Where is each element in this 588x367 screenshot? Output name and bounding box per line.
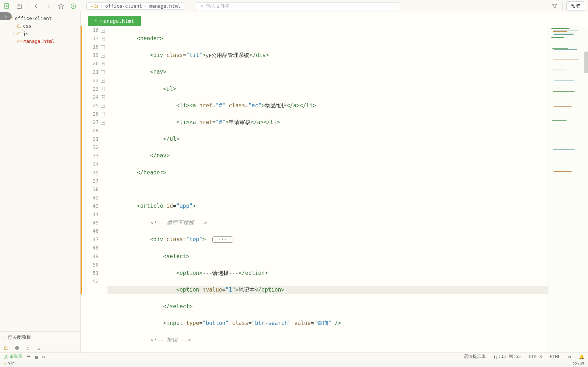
search-icon: ⌕ xyxy=(200,3,203,9)
syntax-hint[interactable]: 语法提示库 xyxy=(464,354,486,360)
login-status[interactable]: 未登录 xyxy=(4,354,23,360)
tree-file-manage[interactable]: <> manage.html xyxy=(0,37,80,45)
bell-icon[interactable]: 🔔 xyxy=(579,354,584,359)
breadcrumb[interactable]: ▸🗀 › office-client › manage.html xyxy=(86,2,184,10)
sync-icon[interactable]: ↻ xyxy=(25,345,31,351)
preview-button[interactable]: 预览 xyxy=(566,1,585,11)
tree-root[interactable]: ⌄🗀 office-client xyxy=(0,15,80,22)
taskbar-clock[interactable]: 22:43 xyxy=(572,362,584,366)
breadcrumb-file[interactable]: manage.html xyxy=(149,3,180,9)
top-toolbar: ▸🗀 › office-client › manage.html ⌕ 预览 xyxy=(0,0,588,12)
forward-icon[interactable] xyxy=(45,2,53,10)
editor-tabs: * manage.html xyxy=(81,12,588,26)
settings-icon[interactable]: ⚙ xyxy=(568,354,571,359)
list-icon[interactable]: ☰ xyxy=(27,354,31,359)
sun-icon: ☀ xyxy=(4,362,6,366)
folder-icon: ▸🗀 xyxy=(90,3,98,9)
project-name: office-client xyxy=(15,16,52,21)
sync-status-icon[interactable]: ↻ xyxy=(42,354,45,359)
status-bar: 未登录 ☰ ▦ ↻ 语法提示库 行:33 列:55 UTF-8 HTML ⚙ 🔔 xyxy=(0,352,588,360)
bug-icon[interactable]: ⬢ xyxy=(14,345,20,351)
encoding[interactable]: UTF-8 xyxy=(529,354,542,359)
sidebar-bottom-bar: 🗀 ⬢ ↻ ☁ xyxy=(0,343,80,352)
expand-handle[interactable]: › xyxy=(0,12,12,20)
new-file-icon[interactable] xyxy=(3,2,11,10)
star-icon[interactable] xyxy=(57,2,65,10)
back-icon[interactable] xyxy=(32,2,40,10)
cursor-position[interactable]: 行:33 列:55 xyxy=(494,354,521,360)
tab-manage[interactable]: * manage.html xyxy=(88,16,141,26)
svg-point-5 xyxy=(5,355,7,357)
fold-column: −−−−+−++−−−− xyxy=(99,26,106,352)
cloud-icon[interactable]: ☁ xyxy=(36,345,42,351)
editor-area: * manage.html 16171819202122232425262728… xyxy=(81,12,588,352)
terminal-icon[interactable]: 🗀 xyxy=(3,345,9,351)
weather-widget[interactable]: ☀ 9°C xyxy=(4,362,15,366)
minimap-scrollbar[interactable] xyxy=(584,51,588,73)
minimap[interactable] xyxy=(548,26,588,352)
layout-icon[interactable]: ▦ xyxy=(35,354,38,359)
language-mode[interactable]: HTML xyxy=(550,354,560,359)
run-icon[interactable] xyxy=(69,2,77,10)
save-icon[interactable] xyxy=(15,2,23,10)
file-search[interactable]: ⌕ xyxy=(196,2,399,10)
change-marker xyxy=(81,26,82,294)
search-input[interactable] xyxy=(206,3,396,9)
tree-folder-css[interactable]: ›🗀 css xyxy=(0,22,80,30)
filter-icon[interactable] xyxy=(551,2,559,10)
closed-projects[interactable]: › 已关闭项目 xyxy=(0,331,80,343)
code-content[interactable]: <header> <div class="tit">办公用品管理系统</div>… xyxy=(106,26,548,352)
fold-pill[interactable]: ··· xyxy=(212,236,233,243)
file-explorer: ⌄🗀 office-client ›🗀 css ›🗀 js <> manage.… xyxy=(0,12,81,352)
os-taskbar: ☀ 9°C 22:43 xyxy=(0,360,588,367)
editor-body[interactable]: 1617181920212223242526272831323334353738… xyxy=(81,26,588,352)
tree-folder-js[interactable]: ›🗀 js xyxy=(0,30,80,37)
breadcrumb-root[interactable]: office-client xyxy=(105,3,142,9)
line-gutter: 1617181920212223242526272831323334353738… xyxy=(81,26,99,352)
